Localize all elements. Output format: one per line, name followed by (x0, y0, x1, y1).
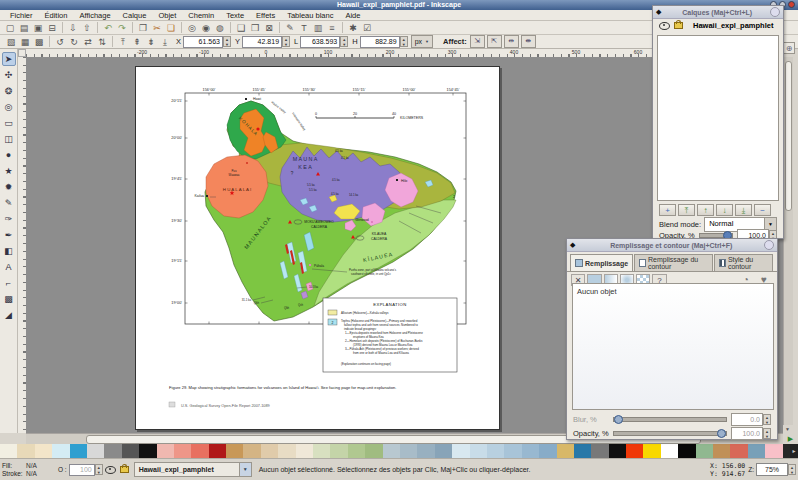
slider-thumb[interactable] (614, 415, 623, 424)
menu-affichage[interactable]: Affichage (73, 11, 116, 20)
palette-swatch[interactable] (261, 444, 278, 458)
palette-swatch[interactable] (678, 444, 695, 458)
raise-to-top-icon[interactable]: ⤒ (117, 36, 129, 48)
blur-stepper[interactable]: ▲▼ (763, 414, 771, 425)
close-button[interactable] (788, 1, 795, 8)
affect-toggle-1[interactable]: ⇱ (487, 35, 502, 48)
close-icon[interactable] (770, 7, 780, 17)
copy-icon[interactable]: ❐ (137, 22, 149, 34)
palette-swatch[interactable] (522, 444, 539, 458)
town-square-marker[interactable] (371, 221, 373, 223)
unlink-clone-icon[interactable]: ⊠ (263, 22, 275, 34)
tab-stroke-style[interactable]: Style du contour (714, 254, 773, 271)
field-h[interactable]: 882.89 (360, 36, 400, 48)
opacity-field[interactable]: 100 (69, 464, 95, 476)
embed-image-icon[interactable]: ▥ (312, 22, 324, 34)
palette-swatch[interactable] (730, 444, 747, 458)
ellipse-tool[interactable]: ● (2, 148, 16, 162)
palette-swatch[interactable] (557, 444, 574, 458)
menu-aide[interactable]: Aide (339, 11, 366, 20)
layers-panel-titlebar[interactable]: ◆ Calques (Maj+Ctrl+L) (653, 6, 783, 19)
gradient-tool[interactable]: ▩ (2, 292, 16, 306)
scroll-down-arrow-icon[interactable]: ▼ (783, 425, 792, 433)
close-icon[interactable] (764, 240, 774, 250)
palette-swatch[interactable] (17, 444, 34, 458)
palette-swatch[interactable] (661, 444, 678, 458)
fill-stroke-indicator[interactable]: Fill:N/A Stroke:N/A (2, 462, 56, 478)
menu-effets[interactable]: Effets (250, 11, 281, 20)
open-document-icon[interactable]: ▤ (18, 22, 30, 34)
menu-calque[interactable]: Calque (117, 11, 153, 20)
slider-thumb[interactable] (717, 429, 726, 438)
palette-swatch[interactable] (70, 444, 87, 458)
vertical-scroll-thumb[interactable] (785, 61, 792, 211)
palette-swatch[interactable] (52, 444, 69, 458)
town-square-marker[interactable] (309, 264, 311, 266)
flip-horizontal-icon[interactable]: ⇄ (82, 36, 94, 48)
cut-icon[interactable]: ✂ (151, 22, 163, 34)
affect-toggle-3[interactable]: ⇼ (521, 35, 536, 48)
layers-list[interactable] (657, 35, 779, 201)
blur-slider[interactable] (613, 417, 727, 422)
palette-swatch[interactable] (591, 444, 608, 458)
document-page[interactable]: 156°00'155°45'155°30'155°15'155°00'154°4… (135, 66, 500, 430)
palette-swatch[interactable] (313, 444, 330, 458)
palette-swatch[interactable] (713, 444, 730, 458)
tab-stroke-paint[interactable]: Remplissage du contour (634, 254, 713, 271)
star-tool[interactable]: ★ (2, 164, 16, 178)
palette-swatch[interactable] (330, 444, 347, 458)
hawaii-geologic-map[interactable]: 156°00'155°45'155°30'155°15'155°00'154°4… (136, 67, 499, 429)
palette-swatch[interactable] (539, 444, 556, 458)
tab-fill[interactable]: Remplissage (570, 254, 633, 271)
palette-swatch[interactable] (435, 444, 452, 458)
layers-dialog-icon[interactable]: ≡ (326, 22, 338, 34)
deselect-icon[interactable]: ▩ (33, 36, 45, 48)
palette-swatch[interactable] (243, 444, 260, 458)
rotate-ccw-icon[interactable]: ↺ (54, 36, 66, 48)
zoom-stepper[interactable]: ▲▼ (788, 464, 796, 475)
palette-swatch[interactable] (191, 444, 208, 458)
palette-swatch[interactable] (104, 444, 121, 458)
box3d-tool[interactable]: ◫ (2, 132, 16, 146)
menu-objet[interactable]: Objet (152, 11, 182, 20)
field-y[interactable]: 42.819 (242, 36, 282, 48)
palette-swatch[interactable] (365, 444, 382, 458)
select-all-layers-icon[interactable]: ▦ (19, 36, 31, 48)
new-document-icon[interactable]: ▢ (4, 22, 16, 34)
fill-panel-titlebar[interactable]: ◆ Remplissage et contour (Maj+Ctrl+F) (567, 239, 777, 252)
menu-dition[interactable]: Édition (39, 11, 74, 20)
palette-swatch[interactable] (696, 444, 713, 458)
stepper-x[interactable]: ▲▼ (223, 36, 231, 47)
palette-swatch[interactable] (626, 444, 643, 458)
eye-icon[interactable] (659, 22, 670, 30)
layer-row[interactable]: Hawaii_expl_pamphlet (653, 19, 783, 32)
connector-tool[interactable]: ⌐ (2, 276, 16, 290)
fill-opacity-stepper[interactable]: ▲▼ (763, 428, 771, 439)
opacity-stepper[interactable]: ▲▼ (95, 464, 103, 475)
fill-opacity-slider[interactable] (613, 431, 727, 436)
select-all-icon[interactable]: ▧ (5, 36, 17, 48)
affect-toggle-2[interactable]: ⇹ (504, 35, 519, 48)
calligraphy-tool[interactable]: ✒ (2, 228, 16, 242)
dock-grip-icon[interactable]: ◆ (656, 8, 661, 16)
color-management-icon[interactable]: ▶ (783, 433, 798, 444)
layer-lock-icon[interactable] (120, 466, 129, 473)
palette-swatch[interactable] (452, 444, 469, 458)
menu-fichier[interactable]: Fichier (4, 11, 39, 20)
pencil-tool[interactable]: ✎ (2, 196, 16, 210)
dropper-tool[interactable]: ◢ (2, 308, 16, 322)
vertical-scrollbar[interactable] (783, 57, 793, 425)
palette-swatch[interactable] (35, 444, 52, 458)
zoom-control[interactable]: Z: 75% ▲▼ (748, 463, 796, 476)
duplicate-icon[interactable]: ❑ (235, 22, 247, 34)
palette-swatch[interactable] (400, 444, 417, 458)
dock-grip-icon[interactable]: ◆ (570, 241, 575, 249)
undo-icon[interactable]: ↶ (102, 22, 114, 34)
spiral-tool[interactable]: ✹ (2, 180, 16, 194)
palette-swatch[interactable] (348, 444, 365, 458)
palette-swatch[interactable] (0, 444, 17, 458)
export-icon[interactable]: ⇧ (81, 22, 93, 34)
palette-swatch[interactable] (226, 444, 243, 458)
document-properties-icon[interactable]: ☑ (361, 22, 373, 34)
town-square-marker[interactable] (245, 98, 247, 100)
